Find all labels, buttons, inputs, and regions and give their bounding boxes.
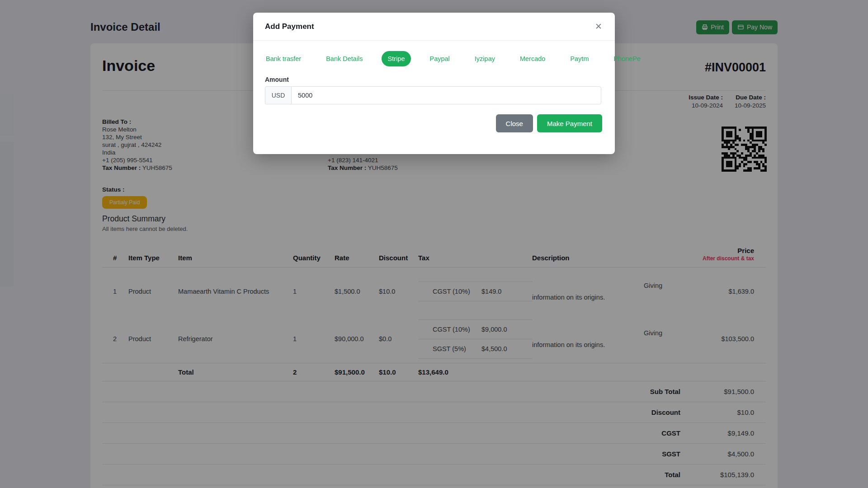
add-payment-modal: Add Payment ✕ Bank trasfer Bank Details … xyxy=(253,13,615,154)
tab-mercado[interactable]: Mercado xyxy=(514,51,552,66)
tab-stripe[interactable]: Stripe xyxy=(382,51,411,66)
tab-phonepe[interactable]: PhonePe xyxy=(607,51,647,66)
modal-body: Bank trasfer Bank Details Stripe Paypal … xyxy=(253,41,615,132)
currency-prefix: USD xyxy=(265,86,291,104)
modal-title: Add Payment xyxy=(265,22,314,31)
payment-method-tabs: Bank trasfer Bank Details Stripe Paypal … xyxy=(259,51,603,66)
modal-header: Add Payment ✕ xyxy=(253,13,615,41)
amount-input-group: USD xyxy=(265,86,601,104)
amount-input[interactable] xyxy=(291,86,601,104)
close-icon[interactable]: ✕ xyxy=(592,20,605,33)
tab-paypal[interactable]: Paypal xyxy=(423,51,456,66)
tab-paytm[interactable]: Paytm xyxy=(564,51,595,66)
tab-bank-transfer[interactable]: Bank trasfer xyxy=(259,51,307,66)
tab-bank-details[interactable]: Bank Details xyxy=(320,51,369,66)
make-payment-button[interactable]: Make Payment xyxy=(537,114,602,132)
amount-label: Amount xyxy=(265,76,603,83)
tab-iyzipay[interactable]: Iyzipay xyxy=(468,51,501,66)
close-button[interactable]: Close xyxy=(496,114,533,132)
modal-actions: Close Make Payment xyxy=(265,114,603,132)
